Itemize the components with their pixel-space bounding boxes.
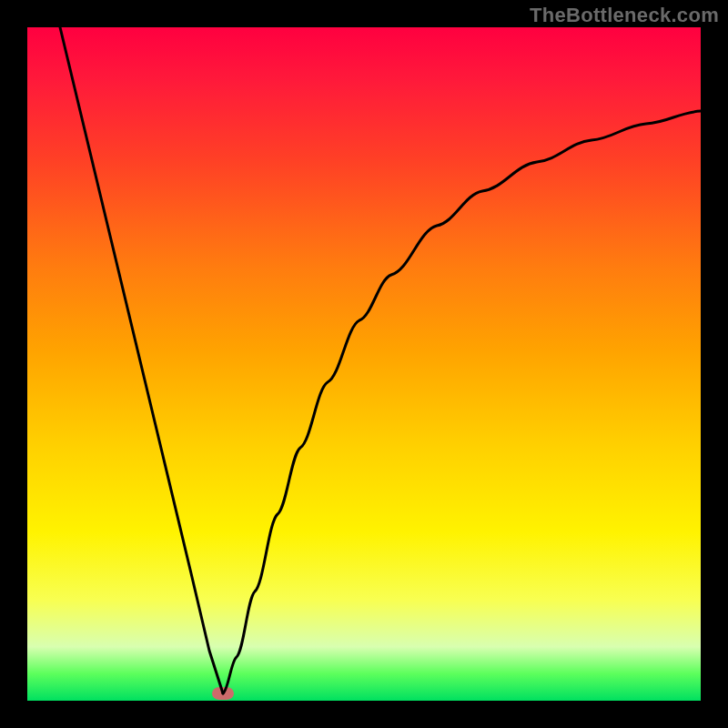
chart-frame: TheBottleneck.com [0, 0, 728, 728]
plot-area [27, 27, 701, 701]
curve-left-branch [60, 27, 223, 693]
bottleneck-curve [27, 27, 701, 701]
curve-right-branch [223, 111, 701, 693]
watermark-text: TheBottleneck.com [530, 4, 719, 27]
